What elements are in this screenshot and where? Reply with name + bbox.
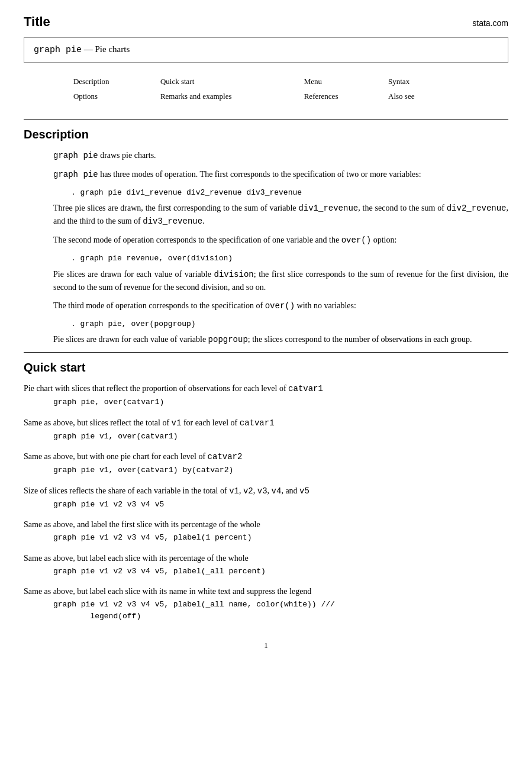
qs-code-7: graph pie v1 v2 v3 v4 v5, plabel(_all na…: [53, 599, 508, 622]
qs-code-1: graph pie, over(catvar1): [53, 396, 508, 408]
qs-desc-5: Same as above, and label the first slice…: [24, 518, 508, 531]
page-header: Title stata.com: [24, 12, 508, 31]
title-box-subtitle: Pie charts: [95, 44, 130, 54]
desc-para-1: graph pie draws pie charts.: [53, 149, 508, 162]
nav-references[interactable]: References: [304, 89, 387, 104]
page-title: Title: [24, 12, 50, 31]
qs-code-6: graph pie v1 v2 v3 v4 v5, plabel(_all pe…: [53, 566, 508, 577]
qs-item-3: Same as above, but with one pie chart fo…: [24, 450, 508, 476]
qs-desc-7: Same as above, but label each slice with…: [24, 585, 508, 598]
nav-options[interactable]: Options: [73, 89, 159, 104]
quickstart-section: Quick start Pie chart with slices that r…: [24, 352, 508, 622]
desc-para-5: Pie slices are drawn for each value of v…: [53, 268, 508, 293]
page-domain: stata.com: [472, 17, 508, 30]
nav-alsosee[interactable]: Also see: [388, 89, 459, 104]
qs-code-2: graph pie v1, over(catvar1): [53, 431, 508, 443]
desc-para-3: Three pie slices are drawn, the first co…: [53, 202, 508, 228]
desc-code-2: . graph pie revenue, over(division): [71, 253, 508, 264]
qs-code-4: graph pie v1 v2 v3 v4 v5: [53, 499, 508, 511]
nav-syntax[interactable]: Syntax: [388, 75, 459, 89]
page-number: 1: [24, 640, 508, 651]
desc-para-7: Pie slices are drawn for each value of v…: [53, 333, 508, 346]
qs-item-2: Same as above, but slices reflect the to…: [24, 417, 508, 443]
desc-code-3: . graph pie, over(popgroup): [71, 318, 508, 330]
nav-table: Description Quick start Menu Syntax Opti…: [72, 73, 460, 105]
desc-para-6: The third mode of operation corresponds …: [53, 299, 508, 312]
title-box-command: graph pie: [34, 45, 82, 55]
desc-para-2: graph pie has three modes of operation. …: [53, 168, 508, 181]
qs-desc-2: Same as above, but slices reflect the to…: [24, 417, 508, 430]
title-box: graph pie — Pie charts: [24, 37, 508, 63]
qs-item-5: Same as above, and label the first slice…: [24, 518, 508, 544]
qs-code-5: graph pie v1 v2 v3 v4 v5, plabel(1 perce…: [53, 532, 508, 544]
qs-item-7: Same as above, but label each slice with…: [24, 585, 508, 622]
desc-para-4: The second mode of operation corresponds…: [53, 234, 508, 247]
qs-code-3: graph pie v1, over(catvar1) by(catvar2): [53, 464, 508, 476]
qs-item-6: Same as above, but label each slice with…: [24, 552, 508, 577]
qs-item-1: Pie chart with slices that reflect the p…: [24, 382, 508, 408]
qs-desc-1: Pie chart with slices that reflect the p…: [24, 382, 508, 395]
qs-desc-6: Same as above, but label each slice with…: [24, 552, 508, 564]
qs-desc-3: Same as above, but with one pie chart fo…: [24, 450, 508, 463]
quickstart-heading: Quick start: [24, 359, 508, 376]
desc-code-1: . graph pie div1_revenue div2_revenue di…: [71, 187, 508, 199]
description-heading: Description: [24, 125, 508, 143]
nav-menu[interactable]: Menu: [304, 75, 387, 89]
description-section: Description graph pie draws pie charts. …: [24, 119, 508, 347]
nav-quickstart[interactable]: Quick start: [160, 75, 303, 89]
title-box-separator: —: [84, 44, 95, 54]
nav-description[interactable]: Description: [73, 75, 159, 89]
qs-desc-4: Size of slices reflects the share of eac…: [24, 485, 508, 498]
nav-remarks[interactable]: Remarks and examples: [160, 89, 303, 104]
qs-item-4: Size of slices reflects the share of eac…: [24, 485, 508, 511]
